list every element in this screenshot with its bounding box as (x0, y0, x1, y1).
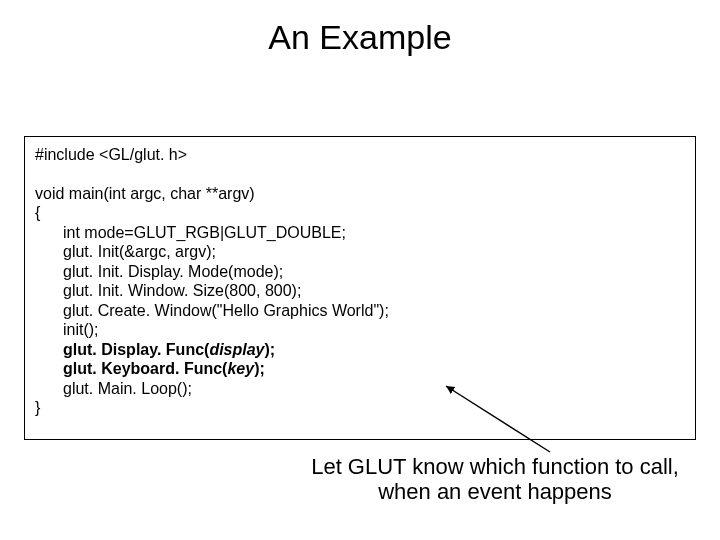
code-box: #include <GL/glut. h> void main(int argc… (24, 136, 696, 440)
code-df-a: glut. Display. Func( (63, 341, 209, 358)
caption-line2: when an event happens (290, 479, 700, 504)
code-line-mode: int mode=GLUT_RGB|GLUT_DOUBLE; (63, 223, 685, 243)
code-close-brace: } (35, 398, 685, 418)
code-line-init: glut. Init(&argc, argv); (63, 242, 685, 262)
slide: An Example #include <GL/glut. h> void ma… (0, 0, 720, 540)
code-df-arg: display (209, 341, 264, 358)
code-line-mainloop: glut. Main. Loop(); (63, 379, 685, 399)
caption: Let GLUT know which function to call, wh… (290, 454, 700, 505)
code-line-initcall: init(); (63, 320, 685, 340)
code-include: #include <GL/glut. h> (35, 145, 685, 165)
blank-line (35, 165, 685, 184)
code-line-createwindow: glut. Create. Window("Hello Graphics Wor… (63, 301, 685, 321)
code-line-displayfunc: glut. Display. Func(display); (63, 340, 685, 360)
code-line-displaymode: glut. Init. Display. Mode(mode); (63, 262, 685, 282)
caption-line1: Let GLUT know which function to call, (290, 454, 700, 479)
code-line-windowsize: glut. Init. Window. Size(800, 800); (63, 281, 685, 301)
code-open-brace: { (35, 203, 685, 223)
code-body: int mode=GLUT_RGB|GLUT_DOUBLE; glut. Ini… (63, 223, 685, 399)
code-main-sig: void main(int argc, char **argv) (35, 184, 685, 204)
slide-title: An Example (0, 0, 720, 57)
code-df-c: ); (265, 341, 276, 358)
code-kf-a: glut. Keyboard. Func( (63, 360, 227, 377)
code-kf-c: ); (254, 360, 265, 377)
code-line-keyboardfunc: glut. Keyboard. Func(key); (63, 359, 685, 379)
code-kf-arg: key (227, 360, 254, 377)
